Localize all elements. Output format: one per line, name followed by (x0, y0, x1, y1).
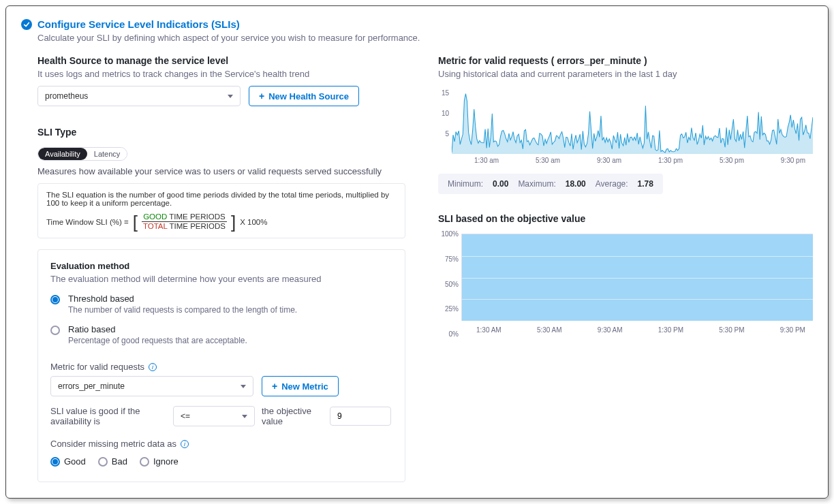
metric-select-value: errors_per_minute (58, 381, 125, 391)
sli-type-toggle: Availability Latency (37, 147, 127, 161)
sli-type-desc: Measures how available your service was … (37, 166, 405, 176)
metric-select[interactable]: errors_per_minute (50, 376, 253, 396)
page-title: Configure Service Level Indicatiors (SLI… (37, 18, 240, 30)
formula-note: The SLI equation is the number of good t… (46, 191, 397, 207)
metric-line-chart: 15 10 5 1:30 am 5:30 am 9:30 am 1:30 pm … (438, 86, 813, 164)
sli-config-panel: Configure Service Level Indicatiors (SLI… (5, 5, 829, 499)
bracket-open-icon: [ (133, 213, 138, 231)
sli-chart-heading: SLI based on the objective value (438, 213, 813, 224)
new-health-source-label: New Health Source (268, 91, 349, 101)
radio-ratio-title: Ratio based (68, 324, 247, 334)
new-metric-button[interactable]: + New Metric (262, 376, 339, 396)
new-health-source-button[interactable]: + New Health Source (249, 86, 359, 106)
info-icon[interactable]: i (181, 440, 189, 448)
sentence-pre: SLI value is good if the availability is (50, 406, 166, 426)
metric-chart-heading: Metric for valid requests ( errors_per_m… (438, 55, 813, 66)
evaluation-box: Evaluation method The evaluation method … (37, 249, 405, 482)
metric-field-label: Metric for valid requests (50, 362, 144, 372)
health-source-select[interactable]: prometheus (37, 86, 241, 106)
radio-missing-bad[interactable]: Bad (98, 456, 127, 467)
operator-value: <= (181, 411, 190, 421)
plus-icon: + (259, 91, 264, 101)
sli-area-chart: 100% 75% 50% 25% 0% 1:30 AM 5:30 AM 9:30… (438, 234, 813, 334)
radio-missing-ignore[interactable]: Ignore (140, 456, 179, 467)
sli-type-heading: SLI Type (37, 127, 405, 138)
bracket-close-icon: ] (231, 213, 236, 231)
sli-type-latency[interactable]: Latency (87, 148, 127, 160)
health-source-sub: It uses logs and metrics to track change… (37, 69, 405, 79)
plus-icon: + (272, 381, 277, 391)
metric-chart-sub: Using historical data and current parame… (438, 69, 813, 79)
evaluation-sub: The evaluation method will determine how… (50, 274, 392, 284)
health-source-heading: Health Source to manage the service leve… (37, 55, 405, 66)
radio-ratio-based[interactable]: Ratio based Percentage of good requests … (50, 324, 392, 345)
radio-threshold-sub: The number of valid requests is compared… (68, 305, 297, 315)
metric-stats: Minimum: 0.00 Maximum: 18.00 Average: 1.… (438, 174, 663, 194)
radio-missing-good[interactable]: Good (50, 456, 86, 467)
check-circle-icon (21, 19, 32, 30)
info-icon[interactable]: i (149, 363, 157, 371)
objective-value-input[interactable] (330, 407, 391, 426)
missing-data-label: Consider missing metric data as (50, 439, 176, 449)
radio-threshold-title: Threshold based (68, 294, 297, 304)
evaluation-heading: Evaluation method (50, 261, 392, 271)
operator-select[interactable]: <= (173, 406, 255, 426)
sentence-mid: the objective value (262, 406, 323, 426)
sli-type-availability[interactable]: Availability (38, 148, 87, 160)
formula-prefix: Time Window SLI (%) = (46, 218, 129, 226)
health-source-value: prometheus (45, 91, 88, 101)
radio-ratio-sub: Percentage of good requests that are acc… (68, 336, 247, 345)
formula-box: The SLI equation is the number of good t… (37, 183, 405, 238)
formula-suffix: X 100% (240, 218, 267, 226)
page-subtitle: Calculate your SLI by defining which asp… (37, 33, 813, 43)
radio-threshold-based[interactable]: Threshold based The number of valid requ… (50, 294, 392, 315)
new-metric-label: New Metric (281, 381, 328, 392)
